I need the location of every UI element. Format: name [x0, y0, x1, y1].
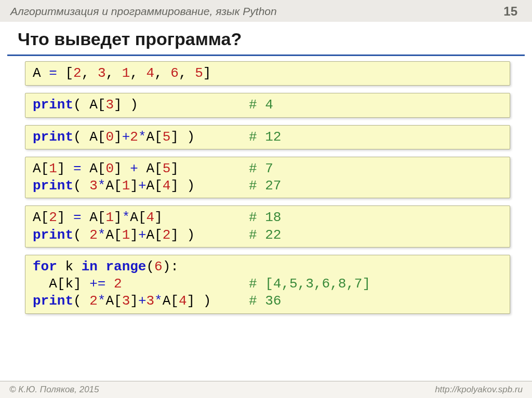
code-line: print( 2*A[3]+3*A[4] )# 36	[33, 293, 502, 310]
code-line: A[1] = A[0] + A[5]# 7	[33, 160, 502, 177]
code-line: print( A[3] )# 4	[33, 97, 502, 114]
code-box: A[1] = A[0] + A[5]# 7print( 3*A[1]+A[4] …	[25, 157, 510, 199]
code-line: print( A[0]+2*A[5] )# 12	[33, 129, 502, 146]
code-comment: # 4	[249, 97, 273, 114]
slide-header: Алгоритмизация и программирование, язык …	[0, 0, 532, 22]
code-line: A = [2, 3, 1, 4, 6, 5]	[33, 65, 502, 82]
code-line: print( 3*A[1]+A[4] )# 27	[33, 177, 502, 195]
code-comment: # 22	[249, 227, 281, 244]
slide-content: A = [2, 3, 1, 4, 6, 5]print( A[3] )# 4pr…	[0, 61, 532, 314]
footer-url: http://kpolyakov.spb.ru	[435, 385, 523, 395]
code-line: A[2] = A[1]*A[4]# 18	[33, 209, 502, 226]
course-title: Алгоритмизация и программирование, язык …	[10, 5, 277, 18]
code-line: print( 2*A[1]+A[2] )# 22	[33, 227, 502, 244]
slide-footer: © К.Ю. Поляков, 2015 http://kpolyakov.sp…	[0, 381, 532, 398]
code-line: A[k] += 2# [4,5,3,6,8,7]	[33, 276, 502, 293]
code-comment: # 18	[249, 209, 281, 226]
code-box: for k in range(6): A[k] += 2# [4,5,3,6,8…	[25, 255, 510, 314]
page-number: 15	[503, 4, 522, 19]
code-comment: # 12	[249, 129, 281, 146]
title-underline	[7, 54, 525, 56]
code-box: A = [2, 3, 1, 4, 6, 5]	[25, 61, 510, 86]
code-box: print( A[0]+2*A[5] )# 12	[25, 125, 510, 149]
code-box: A[2] = A[1]*A[4]# 18print( 2*A[1]+A[2] )…	[25, 205, 510, 248]
slide-title: Что выведет программа?	[0, 22, 532, 53]
code-comment: # 7	[249, 160, 273, 177]
code-box: print( A[3] )# 4	[25, 93, 510, 117]
copyright-text: © К.Ю. Поляков, 2015	[9, 385, 99, 395]
code-comment: # 36	[249, 293, 281, 310]
code-comment: # [4,5,3,6,8,7]	[249, 276, 370, 293]
code-line: for k in range(6):	[33, 258, 502, 276]
code-comment: # 27	[249, 177, 281, 195]
